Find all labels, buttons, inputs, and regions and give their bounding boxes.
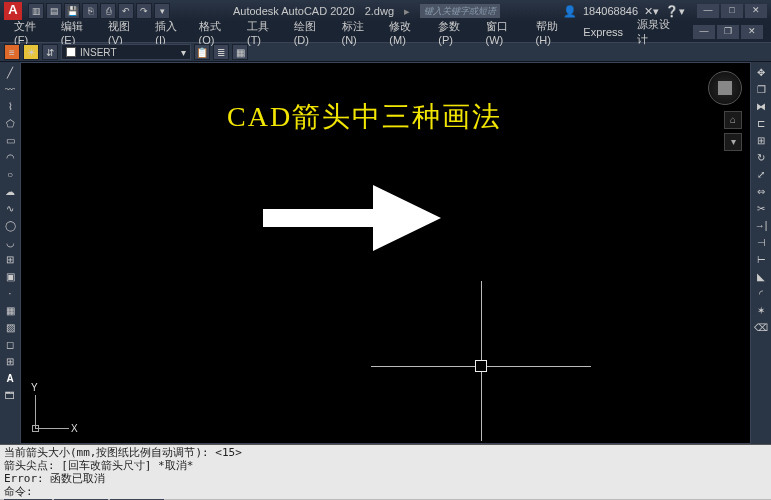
maximize-button[interactable]: □ [721,4,743,18]
menu-modify[interactable]: 修改(M) [383,17,430,48]
chamfer-icon[interactable]: ◣ [753,268,769,284]
menu-window[interactable]: 窗口(W) [480,17,528,48]
line-icon[interactable]: ╱ [2,64,18,80]
mirror-icon[interactable]: ⧓ [753,98,769,114]
minimize-button[interactable]: — [697,4,719,18]
ucs-x-label: X [71,423,78,434]
draw-toolbar: ╱ 〰 ⌇ ⬠ ▭ ◠ ○ ☁ ∿ ◯ ◡ ⊞ ▣ · ▦ ▨ ◻ ⊞ A 🗔 [0,62,20,444]
gradient-icon[interactable]: ▨ [2,319,18,335]
doc-minimize-button[interactable]: — [693,25,715,39]
menu-param[interactable]: 参数(P) [432,17,477,48]
stretch-icon[interactable]: ⇔ [753,183,769,199]
block-icon[interactable]: ▦ [232,44,248,60]
join-icon[interactable]: ⊢ [753,251,769,267]
menu-tools[interactable]: 工具(T) [241,17,286,48]
revcloud-icon[interactable]: ☁ [2,183,18,199]
layer-props-icon[interactable]: ≡ [4,44,20,60]
drawing-canvas[interactable]: CAD箭头中三种画法 Y X ⌂ ▾ [20,62,751,444]
cmd-line-3: Error: 函数已取消 [4,472,767,485]
menu-format[interactable]: 格式(O) [193,17,239,48]
makeblock-icon[interactable]: ▣ [2,268,18,284]
doc-restore-button[interactable]: ❐ [717,25,739,39]
spline-icon[interactable]: ∿ [2,200,18,216]
menu-dim[interactable]: 标注(N) [336,17,382,48]
extend-icon[interactable]: →| [753,217,769,233]
drawn-arrow [263,183,443,253]
menu-file[interactable]: 文件(F) [8,17,53,48]
move-icon[interactable]: ✥ [753,64,769,80]
drawing-headline: CAD箭头中三种画法 [227,98,502,136]
command-history: 当前箭头大小(mm,按图纸比例自动调节): <15> 箭头尖点: [回车改箭头尺… [0,445,771,499]
modify-toolbar: ✥ ❐ ⧓ ⊏ ⊞ ↻ ⤢ ⇔ ✂ →| ⊣ ⊢ ◣ ◜ ✶ ⌫ [751,62,771,444]
command-panel: 当前箭头大小(mm,按图纸比例自动调节): <15> 箭头尖点: [回车改箭头尺… [0,444,771,500]
menu-insert[interactable]: 插入(I) [149,17,190,48]
layer-color-swatch [66,47,76,57]
user-id[interactable]: 184068846 [583,5,638,17]
menu-help[interactable]: 帮助(H) [530,17,576,48]
menu-yuanquan[interactable]: 源泉设计 [631,15,683,49]
offset-icon[interactable]: ⊏ [753,115,769,131]
insert-icon[interactable]: ⊞ [2,251,18,267]
break-icon[interactable]: ⊣ [753,234,769,250]
point-icon[interactable]: · [2,285,18,301]
cmd-line-2: 箭头尖点: [回车改箭头尺寸] *取消* [4,459,767,472]
app-title: Autodesk AutoCAD 2020 [233,5,355,17]
ucs-y-label: Y [31,382,38,393]
layer-dropdown[interactable]: INSERT ▾ [61,44,191,60]
nav-dropdown-icon[interactable]: ▾ [724,133,742,151]
ellipsearc-icon[interactable]: ◡ [2,234,18,250]
doc-title: 2.dwg [365,5,394,17]
layer-icon-2[interactable]: ⇵ [42,44,58,60]
polyline-icon[interactable]: ⌇ [2,98,18,114]
chevron-down-icon: ▾ [181,47,186,58]
close-button[interactable]: ✕ [745,4,767,18]
cmd-line-1: 当前箭头大小(mm,按图纸比例自动调节): <15> [4,446,767,459]
cmd-line-4: 命令: [4,485,767,498]
menu-draw[interactable]: 绘图(D) [288,17,334,48]
region-icon[interactable]: ◻ [2,336,18,352]
text-icon[interactable]: A [2,370,18,386]
erase-icon[interactable]: ⌫ [753,319,769,335]
layer-icon-1[interactable]: ☀ [23,44,39,60]
cursor-crosshair [371,281,591,441]
rotate-icon[interactable]: ↻ [753,149,769,165]
array-icon[interactable]: ⊞ [753,132,769,148]
menu-view[interactable]: 视图(V) [102,17,147,48]
menubar: 文件(F) 编辑(E) 视图(V) 插入(I) 格式(O) 工具(T) 绘图(D… [0,22,771,42]
addselected-icon[interactable]: 🗔 [2,387,18,403]
fillet-icon[interactable]: ◜ [753,285,769,301]
hatch-icon[interactable]: ▦ [2,302,18,318]
arc-icon[interactable]: ◠ [2,149,18,165]
trim-icon[interactable]: ✂ [753,200,769,216]
nav-home-icon[interactable]: ⌂ [724,111,742,129]
copy-icon[interactable]: ❐ [753,81,769,97]
scale-icon[interactable]: ⤢ [753,166,769,182]
menu-express[interactable]: Express [577,24,629,40]
rect-icon[interactable]: ▭ [2,132,18,148]
circle-icon[interactable]: ○ [2,166,18,182]
viewcube[interactable] [708,71,742,105]
paste-icon[interactable]: 📋 [194,44,210,60]
explode-icon[interactable]: ✶ [753,302,769,318]
table-icon[interactable]: ⊞ [2,353,18,369]
menu-edit[interactable]: 编辑(E) [55,17,100,48]
layer-name: INSERT [80,47,117,58]
doc-close-button[interactable]: ✕ [741,25,763,39]
match-icon[interactable]: ≣ [213,44,229,60]
ellipse-icon[interactable]: ◯ [2,217,18,233]
pline-icon[interactable]: 〰 [2,81,18,97]
svg-marker-0 [263,185,441,251]
polygon-icon[interactable]: ⬠ [2,115,18,131]
